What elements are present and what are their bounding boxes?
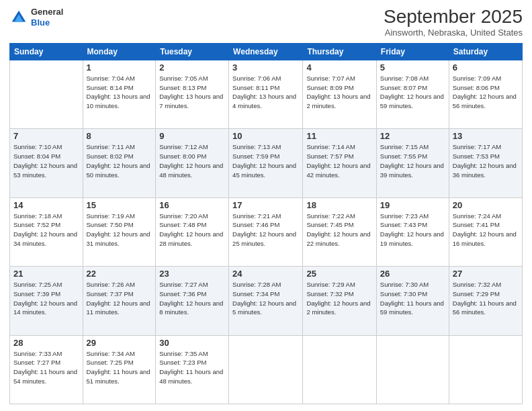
day-info: Sunrise: 7:29 AMSunset: 7:32 PMDaylight:… bbox=[306, 280, 372, 317]
table-row: 1Sunrise: 7:04 AMSunset: 8:14 PMDaylight… bbox=[83, 60, 156, 128]
day-info: Sunrise: 7:15 AMSunset: 7:55 PMDaylight:… bbox=[380, 142, 445, 179]
day-info: Sunrise: 7:25 AMSunset: 7:39 PMDaylight:… bbox=[13, 280, 79, 317]
day-info: Sunrise: 7:04 AMSunset: 8:14 PMDaylight:… bbox=[87, 74, 152, 111]
day-info: Sunrise: 7:32 AMSunset: 7:29 PMDaylight:… bbox=[453, 280, 519, 317]
day-info: Sunrise: 7:05 AMSunset: 8:13 PMDaylight:… bbox=[159, 74, 225, 111]
table-row: 23Sunrise: 7:27 AMSunset: 7:36 PMDayligh… bbox=[156, 267, 229, 335]
day-number: 20 bbox=[453, 200, 519, 210]
day-number: 8 bbox=[87, 131, 152, 141]
calendar-week-row: 28Sunrise: 7:33 AMSunset: 7:27 PMDayligh… bbox=[10, 335, 523, 404]
day-info: Sunrise: 7:24 AMSunset: 7:41 PMDaylight:… bbox=[453, 212, 519, 248]
col-thursday: Thursday bbox=[303, 43, 376, 60]
day-number: 28 bbox=[13, 338, 79, 348]
day-info: Sunrise: 7:11 AMSunset: 8:02 PMDaylight:… bbox=[87, 142, 152, 179]
day-number: 11 bbox=[306, 131, 372, 141]
logo: General Blue bbox=[9, 7, 63, 28]
day-info: Sunrise: 7:17 AMSunset: 7:53 PMDaylight:… bbox=[453, 142, 519, 179]
table-row: 8Sunrise: 7:11 AMSunset: 8:02 PMDaylight… bbox=[83, 129, 156, 197]
col-sunday: Sunday bbox=[10, 43, 83, 60]
col-monday: Monday bbox=[83, 43, 156, 60]
table-row: 10Sunrise: 7:13 AMSunset: 7:59 PMDayligh… bbox=[229, 129, 303, 197]
day-number: 14 bbox=[13, 200, 79, 210]
day-number: 25 bbox=[306, 269, 372, 279]
day-number: 27 bbox=[453, 269, 519, 279]
table-row: 22Sunrise: 7:26 AMSunset: 7:37 PMDayligh… bbox=[83, 267, 156, 335]
calendar-header-row: Sunday Monday Tuesday Wednesday Thursday… bbox=[10, 43, 523, 60]
table-row: 6Sunrise: 7:09 AMSunset: 8:06 PMDaylight… bbox=[449, 60, 522, 128]
day-number: 24 bbox=[232, 269, 299, 279]
table-row: 11Sunrise: 7:14 AMSunset: 7:57 PMDayligh… bbox=[303, 129, 376, 197]
col-saturday: Saturday bbox=[449, 43, 522, 60]
table-row bbox=[303, 335, 376, 404]
table-row: 18Sunrise: 7:22 AMSunset: 7:45 PMDayligh… bbox=[303, 197, 376, 266]
table-row: 30Sunrise: 7:35 AMSunset: 7:23 PMDayligh… bbox=[156, 335, 229, 404]
day-info: Sunrise: 7:22 AMSunset: 7:45 PMDaylight:… bbox=[306, 212, 372, 248]
day-info: Sunrise: 7:27 AMSunset: 7:36 PMDaylight:… bbox=[159, 280, 225, 317]
calendar-week-row: 7Sunrise: 7:10 AMSunset: 8:04 PMDaylight… bbox=[10, 129, 523, 197]
day-info: Sunrise: 7:12 AMSunset: 8:00 PMDaylight:… bbox=[159, 142, 225, 179]
day-number: 10 bbox=[232, 131, 299, 141]
table-row: 9Sunrise: 7:12 AMSunset: 8:00 PMDaylight… bbox=[156, 129, 229, 197]
col-friday: Friday bbox=[376, 43, 449, 60]
day-number: 6 bbox=[453, 62, 519, 73]
day-number: 1 bbox=[87, 62, 152, 73]
table-row: 3Sunrise: 7:06 AMSunset: 8:11 PMDaylight… bbox=[229, 60, 303, 128]
table-row: 19Sunrise: 7:23 AMSunset: 7:43 PMDayligh… bbox=[376, 197, 449, 266]
day-number: 4 bbox=[306, 62, 372, 73]
table-row: 13Sunrise: 7:17 AMSunset: 7:53 PMDayligh… bbox=[449, 129, 522, 197]
logo-text: General Blue bbox=[31, 7, 63, 28]
day-number: 5 bbox=[380, 62, 445, 73]
table-row: 16Sunrise: 7:20 AMSunset: 7:48 PMDayligh… bbox=[156, 197, 229, 266]
table-row: 28Sunrise: 7:33 AMSunset: 7:27 PMDayligh… bbox=[10, 335, 83, 404]
day-number: 13 bbox=[453, 131, 519, 141]
day-number: 29 bbox=[87, 338, 152, 348]
table-row: 27Sunrise: 7:32 AMSunset: 7:29 PMDayligh… bbox=[449, 267, 522, 335]
table-row: 4Sunrise: 7:07 AMSunset: 8:09 PMDaylight… bbox=[303, 60, 376, 128]
table-row: 17Sunrise: 7:21 AMSunset: 7:46 PMDayligh… bbox=[229, 197, 303, 266]
table-row bbox=[10, 60, 83, 128]
day-number: 3 bbox=[232, 62, 299, 73]
day-info: Sunrise: 7:13 AMSunset: 7:59 PMDaylight:… bbox=[232, 142, 299, 179]
day-info: Sunrise: 7:14 AMSunset: 7:57 PMDaylight:… bbox=[306, 142, 372, 179]
col-wednesday: Wednesday bbox=[229, 43, 303, 60]
day-number: 17 bbox=[232, 200, 299, 210]
day-number: 21 bbox=[13, 269, 79, 279]
table-row: 24Sunrise: 7:28 AMSunset: 7:34 PMDayligh… bbox=[229, 267, 303, 335]
table-row: 20Sunrise: 7:24 AMSunset: 7:41 PMDayligh… bbox=[449, 197, 522, 266]
day-info: Sunrise: 7:21 AMSunset: 7:46 PMDaylight:… bbox=[232, 212, 299, 248]
day-info: Sunrise: 7:07 AMSunset: 8:09 PMDaylight:… bbox=[306, 74, 372, 111]
table-row: 25Sunrise: 7:29 AMSunset: 7:32 PMDayligh… bbox=[303, 267, 376, 335]
day-number: 7 bbox=[13, 131, 79, 141]
day-info: Sunrise: 7:20 AMSunset: 7:48 PMDaylight:… bbox=[159, 212, 225, 248]
table-row: 12Sunrise: 7:15 AMSunset: 7:55 PMDayligh… bbox=[376, 129, 449, 197]
calendar-table: Sunday Monday Tuesday Wednesday Thursday… bbox=[9, 43, 523, 404]
month-title: September 2025 bbox=[384, 7, 523, 28]
day-info: Sunrise: 7:23 AMSunset: 7:43 PMDaylight:… bbox=[380, 212, 445, 248]
day-info: Sunrise: 7:35 AMSunset: 7:23 PMDaylight:… bbox=[159, 349, 225, 386]
day-info: Sunrise: 7:28 AMSunset: 7:34 PMDaylight:… bbox=[232, 280, 299, 317]
day-info: Sunrise: 7:33 AMSunset: 7:27 PMDaylight:… bbox=[13, 349, 79, 386]
day-number: 15 bbox=[87, 200, 152, 210]
table-row: 2Sunrise: 7:05 AMSunset: 8:13 PMDaylight… bbox=[156, 60, 229, 128]
location: Ainsworth, Nebraska, United States bbox=[384, 28, 523, 38]
day-number: 19 bbox=[380, 200, 445, 210]
page: General Blue September 2025 Ainsworth, N… bbox=[0, 0, 532, 411]
day-number: 30 bbox=[159, 338, 225, 348]
header: General Blue September 2025 Ainsworth, N… bbox=[9, 7, 523, 38]
day-number: 22 bbox=[87, 269, 152, 279]
day-info: Sunrise: 7:09 AMSunset: 8:06 PMDaylight:… bbox=[453, 74, 519, 111]
day-number: 2 bbox=[159, 62, 225, 73]
calendar-week-row: 21Sunrise: 7:25 AMSunset: 7:39 PMDayligh… bbox=[10, 267, 523, 335]
table-row: 21Sunrise: 7:25 AMSunset: 7:39 PMDayligh… bbox=[10, 267, 83, 335]
day-info: Sunrise: 7:18 AMSunset: 7:52 PMDaylight:… bbox=[13, 212, 79, 248]
calendar-week-row: 1Sunrise: 7:04 AMSunset: 8:14 PMDaylight… bbox=[10, 60, 523, 128]
table-row: 29Sunrise: 7:34 AMSunset: 7:25 PMDayligh… bbox=[83, 335, 156, 404]
table-row bbox=[449, 335, 522, 404]
day-info: Sunrise: 7:26 AMSunset: 7:37 PMDaylight:… bbox=[87, 280, 152, 317]
day-number: 23 bbox=[159, 269, 225, 279]
day-number: 18 bbox=[306, 200, 372, 210]
logo-icon bbox=[9, 8, 28, 27]
day-info: Sunrise: 7:30 AMSunset: 7:30 PMDaylight:… bbox=[380, 280, 445, 317]
table-row: 15Sunrise: 7:19 AMSunset: 7:50 PMDayligh… bbox=[83, 197, 156, 266]
day-info: Sunrise: 7:08 AMSunset: 8:07 PMDaylight:… bbox=[380, 74, 445, 111]
